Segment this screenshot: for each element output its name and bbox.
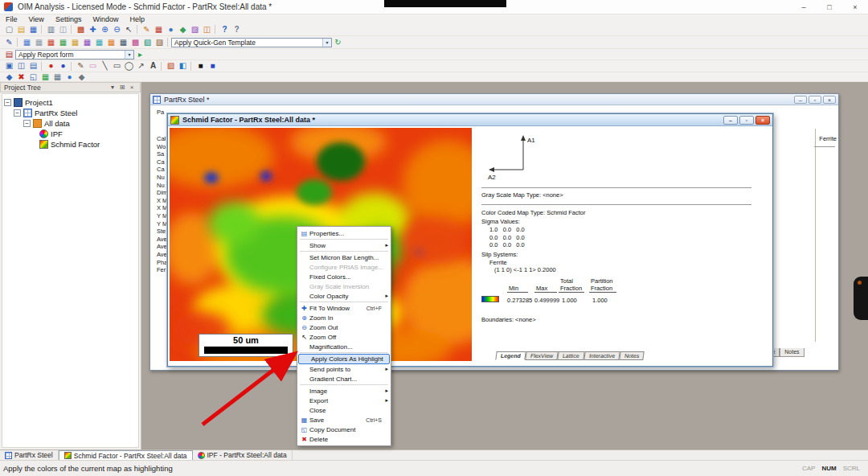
- new-partition-icon[interactable]: ▦: [39, 72, 51, 83]
- minimize-button[interactable]: –: [794, 96, 807, 104]
- menu-item-apply-colors-as-highlight[interactable]: Apply Colors As Highlight: [298, 354, 390, 364]
- tab-notes[interactable]: Notes: [619, 351, 645, 360]
- menu-item-gray-scale-inversion[interactable]: Gray Scale Inversion: [297, 281, 391, 291]
- menu-item-send-points-to[interactable]: Send points to ▸: [297, 364, 391, 374]
- red-marker-icon[interactable]: ●: [45, 60, 57, 72]
- close-button[interactable]: ×: [842, 0, 868, 14]
- map-template-yellow-icon[interactable]: ▦: [69, 37, 81, 48]
- chevron-down-icon[interactable]: ▾: [108, 84, 117, 91]
- grid-map-icon[interactable]: ▦: [153, 24, 165, 35]
- chart-icon[interactable]: ●: [63, 72, 76, 83]
- apply-template-run-icon[interactable]: ↻: [332, 37, 344, 48]
- map-template-pink-icon[interactable]: ▩: [129, 37, 141, 48]
- map-icon[interactable]: ▩: [75, 24, 87, 35]
- rectangle-tool-icon[interactable]: ▭: [111, 60, 123, 72]
- run-report-icon[interactable]: ▸: [134, 49, 146, 60]
- new-document-icon[interactable]: ▢: [3, 24, 15, 35]
- map-template-green-icon[interactable]: ▦: [57, 37, 69, 48]
- menu-item-export[interactable]: Export ▸: [297, 396, 391, 405]
- tile-vertical-icon[interactable]: ▤: [27, 60, 39, 72]
- texture-plot-icon[interactable]: ▨: [189, 24, 201, 35]
- doc-tab-ipf[interactable]: IPF - PartRx Steel:All data: [193, 450, 293, 460]
- pole-figure-icon[interactable]: ●: [165, 24, 177, 35]
- menu-item-set-micron-bar-length[interactable]: Set Micron Bar Length...: [297, 252, 391, 262]
- tab-lattice[interactable]: Lattice: [557, 351, 584, 360]
- tree-node-partrx-steel[interactable]: − PartRx Steel: [2, 108, 138, 118]
- menu-item-image[interactable]: Image ▸: [297, 386, 391, 396]
- map-template-purple-icon[interactable]: ▦: [81, 37, 93, 48]
- pointer-icon[interactable]: ↖: [123, 24, 135, 35]
- collapse-icon[interactable]: −: [4, 99, 11, 106]
- delete-dataset-icon[interactable]: ✖: [15, 72, 27, 83]
- settings-icon[interactable]: ◆: [76, 72, 88, 83]
- map-template-orange-icon[interactable]: ▦: [105, 37, 117, 48]
- pin-icon[interactable]: ⊞: [117, 84, 127, 91]
- collapse-icon[interactable]: −: [14, 109, 21, 117]
- fit-to-window-icon[interactable]: ✚: [87, 24, 99, 35]
- blue-swatch-icon[interactable]: ■: [207, 60, 219, 72]
- schmid-window-titlebar[interactable]: Schmid Factor - PartRx Steel:All data * …: [168, 114, 772, 126]
- odf-chart-icon[interactable]: ◆: [177, 24, 189, 35]
- menubar-item[interactable]: Settings: [50, 15, 88, 23]
- menubar-item[interactable]: File: [0, 15, 23, 23]
- fill-color-icon[interactable]: ◧: [177, 60, 189, 72]
- copy-dataset-icon[interactable]: ◱: [27, 72, 39, 83]
- menu-item-zoom-out[interactable]: ⊖ Zoom Out: [297, 322, 391, 332]
- doc-tab-schmid-factor[interactable]: Schmid Factor - PartRx Steel:All data: [59, 450, 193, 460]
- tab-notes[interactable]: Notes: [780, 348, 804, 357]
- partition-tools-icon[interactable]: ◆: [3, 72, 15, 83]
- menubar-item[interactable]: View: [23, 15, 50, 23]
- map-template-brown-icon[interactable]: ▨: [154, 37, 166, 48]
- print-icon[interactable]: ▥: [45, 24, 57, 35]
- menu-item-show[interactable]: Show ▸: [297, 240, 391, 250]
- map-template-red-icon[interactable]: ▦: [45, 37, 57, 48]
- tree-node-project1[interactable]: − Project1: [2, 97, 138, 108]
- dropdown-arrow-icon[interactable]: ▾: [125, 51, 133, 59]
- minimize-button[interactable]: –: [791, 0, 817, 14]
- tree-node-schmid-factor[interactable]: Schmid Factor: [2, 139, 138, 150]
- eraser-tool-icon[interactable]: ▭: [87, 60, 99, 72]
- quick-gen-template-combobox[interactable]: Apply Quick-Gen Template ▾: [171, 38, 332, 47]
- boundary-map-icon[interactable]: ◫: [201, 24, 213, 35]
- restore-button[interactable]: ▫: [809, 96, 821, 104]
- open-icon[interactable]: ▤: [15, 24, 27, 35]
- menu-item-save[interactable]: ▦ Save Ctrl+S: [297, 415, 391, 425]
- menu-item-fixed-colors[interactable]: Fixed Colors...: [297, 272, 391, 281]
- tree-node-ipf[interactable]: IPF: [2, 129, 138, 139]
- map-template-dark-icon[interactable]: ▦: [117, 37, 129, 48]
- calculator-icon[interactable]: ▦: [51, 72, 63, 83]
- menu-item-zoom-in[interactable]: ⊕ Zoom In: [297, 313, 391, 322]
- tab-flexview[interactable]: FlexView: [525, 351, 559, 360]
- partrx-window-titlebar[interactable]: PartRx Steel * – ▫ ×: [150, 94, 838, 105]
- close-button[interactable]: ×: [755, 116, 770, 125]
- report-form-icon[interactable]: ▤: [3, 49, 15, 60]
- menu-item-zoom-off[interactable]: ↖ Zoom Off: [297, 332, 391, 342]
- black-swatch-icon[interactable]: ■: [194, 60, 207, 72]
- line-tool-icon[interactable]: ╲: [99, 60, 111, 72]
- ellipse-tool-icon[interactable]: ◯: [123, 60, 135, 72]
- menubar-item[interactable]: Window: [87, 15, 124, 23]
- zoom-out-icon[interactable]: ⊖: [111, 24, 123, 35]
- minimize-button[interactable]: –: [723, 116, 738, 125]
- restore-button[interactable]: ▫: [739, 116, 754, 125]
- doc-tab-partrx-steel[interactable]: PartRx Steel: [0, 450, 59, 460]
- dropdown-arrow-icon[interactable]: ▾: [322, 39, 331, 47]
- map-template-gray-icon[interactable]: ▦: [33, 37, 45, 48]
- menu-item-properties[interactable]: ▤ Properties...: [297, 228, 391, 238]
- help-icon[interactable]: ?: [219, 24, 231, 35]
- map-template-blue-icon[interactable]: ▦: [21, 37, 33, 48]
- menu-item-gradient-chart[interactable]: Gradient Chart...: [297, 374, 391, 384]
- quick-gen-edit-icon[interactable]: ✎: [3, 37, 15, 48]
- schmid-factor-window[interactable]: Schmid Factor - PartRx Steel:All data * …: [167, 113, 773, 367]
- menu-item-fit-to-window[interactable]: ✚ Fit To Window Ctrl+F: [297, 303, 391, 313]
- palette-icon[interactable]: ▧: [165, 60, 177, 72]
- tab-legend[interactable]: Legend: [495, 351, 526, 360]
- text-tool-icon[interactable]: A: [147, 60, 159, 72]
- menu-item-configure-prias-image[interactable]: Configure PRIAS Image...: [297, 262, 391, 272]
- map-template-cyan-icon[interactable]: ▦: [93, 37, 105, 48]
- arrow-tool-icon[interactable]: ↗: [135, 60, 147, 72]
- collapse-icon[interactable]: −: [23, 120, 31, 127]
- menu-item-magnification[interactable]: Magnification...: [297, 342, 391, 351]
- report-form-combobox[interactable]: Apply Report form ▾: [15, 50, 134, 60]
- close-icon[interactable]: ×: [127, 84, 137, 91]
